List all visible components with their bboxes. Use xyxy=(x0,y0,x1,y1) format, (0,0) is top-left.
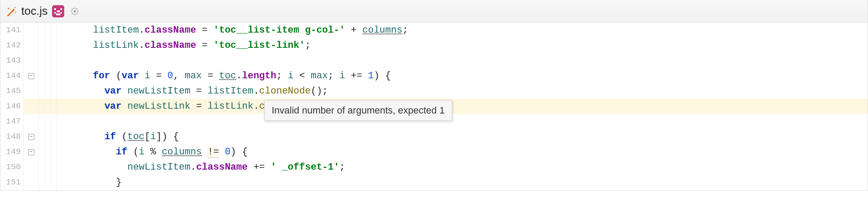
token: max xyxy=(311,70,328,81)
line-number: 145 xyxy=(0,84,24,99)
indent-guide xyxy=(45,144,51,160)
code-text[interactable]: for (var i = 0, max = toc.length; i < ma… xyxy=(57,68,391,84)
token: ; xyxy=(328,70,339,81)
code-text[interactable]: newListItem.className += ' _offset-1'; xyxy=(57,160,345,175)
token: ; xyxy=(402,25,408,36)
token: (); xyxy=(311,86,328,97)
indent-guide xyxy=(51,160,57,175)
editor-tabbar: toc.js xyxy=(0,0,868,23)
token: . xyxy=(139,40,145,51)
code-line[interactable]: 142 listLink.className = 'toc__list-link… xyxy=(0,38,868,53)
fold-gutter xyxy=(24,23,39,38)
code-line[interactable]: 145 var newListItem = listItem.cloneNode… xyxy=(0,84,868,99)
fold-gutter xyxy=(24,160,39,175)
token: className xyxy=(196,162,248,173)
token: . xyxy=(191,162,196,173)
line-number: 149 xyxy=(0,144,24,160)
indent-guide xyxy=(45,84,51,99)
code-line[interactable]: 144− for (var i = 0, max = toc.length; i… xyxy=(0,68,868,84)
token: i xyxy=(288,70,293,81)
code-text[interactable] xyxy=(57,53,59,68)
svg-rect-7 xyxy=(54,12,56,13)
code-text[interactable] xyxy=(57,114,59,129)
indent-guide xyxy=(51,23,57,38)
token: ( xyxy=(127,147,138,157)
token: ' _offset-1' xyxy=(271,162,339,173)
code-line[interactable]: 143 xyxy=(0,53,868,68)
code-text[interactable]: listItem.className = 'toc__list-item g-c… xyxy=(57,23,408,38)
fold-gutter[interactable]: − xyxy=(24,144,39,160)
magic-wand-icon xyxy=(6,6,17,17)
token: ; xyxy=(339,162,345,173)
code-line[interactable]: 151 } xyxy=(0,175,868,190)
token: columns xyxy=(162,147,202,157)
indent-guide xyxy=(51,129,57,144)
code-text[interactable]: if (toc[i]) { xyxy=(57,129,179,144)
indent-guide xyxy=(39,84,45,99)
line-number: 144 xyxy=(0,68,24,84)
tooltip-text: Invalid number of arguments, expected 1 xyxy=(272,105,445,116)
code-text[interactable]: listLink.className = 'toc__list-link'; xyxy=(57,38,311,53)
inspection-tooltip: Invalid number of arguments, expected 1 xyxy=(264,100,452,121)
token: listItem xyxy=(207,86,253,97)
token: [ xyxy=(145,131,150,142)
fold-toggle-icon[interactable]: − xyxy=(28,73,34,79)
token: newListItem xyxy=(127,86,190,97)
indent-guide xyxy=(45,38,51,53)
token xyxy=(202,147,207,157)
fold-toggle-icon[interactable]: − xyxy=(28,149,34,155)
token: if xyxy=(116,147,127,157)
code-editor: toc.js 141 listItem.className = 'toc__li… xyxy=(0,0,868,191)
token: listItem xyxy=(93,25,139,36)
code-line[interactable]: 141 listItem.className = 'toc__list-item… xyxy=(0,23,868,38)
token: = xyxy=(202,70,219,81)
token: ]) { xyxy=(156,131,179,142)
svg-point-12 xyxy=(73,10,76,12)
code-line[interactable]: 150 newListItem.className += ' _offset-1… xyxy=(0,160,868,175)
line-number: 147 xyxy=(0,114,24,129)
fold-gutter[interactable]: − xyxy=(24,68,39,84)
token: + xyxy=(345,25,362,36)
bug-gear-icon xyxy=(69,5,81,17)
token: ( xyxy=(116,131,127,142)
code-line[interactable]: 148− if (toc[i]) { xyxy=(0,129,868,144)
code-text[interactable]: if (i % columns != 0) { xyxy=(57,144,248,160)
token: != xyxy=(207,147,219,158)
svg-rect-5 xyxy=(54,8,56,10)
token: i xyxy=(150,131,156,142)
fold-gutter[interactable]: − xyxy=(24,129,39,144)
token: 0 xyxy=(225,147,230,157)
token: listLink xyxy=(93,40,139,51)
token: += xyxy=(345,70,368,81)
token: newListItem xyxy=(127,162,190,173)
indent-guide xyxy=(45,68,51,84)
indent-guide xyxy=(51,84,57,99)
token: ( xyxy=(110,70,122,81)
fold-toggle-icon[interactable]: − xyxy=(28,134,34,140)
code-text[interactable]: } xyxy=(57,175,122,190)
line-number: 142 xyxy=(0,38,24,53)
indent-guide xyxy=(51,114,57,129)
line-number: 148 xyxy=(0,129,24,144)
svg-rect-10 xyxy=(56,10,59,12)
line-number: 150 xyxy=(0,160,24,175)
svg-point-1 xyxy=(8,7,9,9)
token: toc xyxy=(127,131,145,142)
code-area[interactable]: 141 listItem.className = 'toc__list-item… xyxy=(0,23,868,190)
token xyxy=(219,147,225,157)
token: 1 xyxy=(368,70,374,81)
indent-guide xyxy=(45,175,51,190)
token: toc xyxy=(219,70,237,81)
code-line[interactable]: 149− if (i % columns != 0) { xyxy=(0,144,868,160)
tab-filename[interactable]: toc.js xyxy=(21,4,48,18)
indent-guide xyxy=(45,114,51,129)
token: . xyxy=(139,25,145,36)
code-text[interactable]: var newListItem = listItem.cloneNode(); xyxy=(57,84,328,99)
token: = xyxy=(196,40,214,51)
token: var xyxy=(105,101,122,112)
token: = xyxy=(150,70,168,81)
token: ; xyxy=(305,40,311,51)
indent-guide xyxy=(45,160,51,175)
token: < xyxy=(293,70,311,81)
token: for xyxy=(93,70,110,81)
